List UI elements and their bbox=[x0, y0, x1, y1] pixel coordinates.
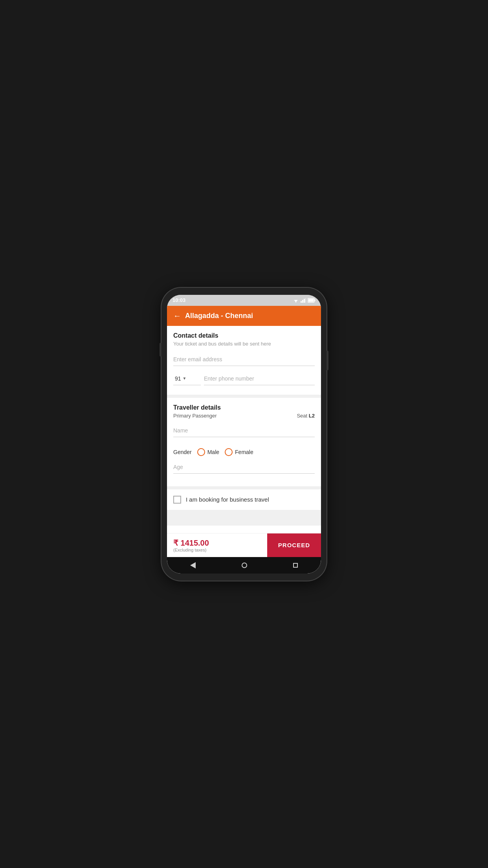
gender-row: Gender Male Female bbox=[173, 448, 315, 456]
proceed-button[interactable]: PROCEED bbox=[267, 533, 321, 557]
business-travel-label: I am booking for business travel bbox=[186, 496, 269, 503]
nav-back-button[interactable] bbox=[190, 562, 196, 568]
traveller-section: Traveller details Primary Passenger Seat… bbox=[167, 398, 321, 486]
business-travel-row[interactable]: I am booking for business travel bbox=[173, 496, 315, 504]
email-input[interactable] bbox=[173, 353, 315, 366]
status-icons bbox=[293, 298, 316, 303]
svg-rect-2 bbox=[301, 301, 302, 303]
price-amount: ₹ 1415.00 bbox=[173, 538, 261, 548]
status-bar: 10:03 bbox=[167, 295, 321, 306]
wifi-icon bbox=[293, 298, 299, 303]
name-input[interactable] bbox=[173, 424, 315, 437]
male-radio-circle[interactable] bbox=[197, 448, 205, 456]
phone-row: 91 ▼ bbox=[173, 372, 315, 385]
signal-icon bbox=[301, 298, 306, 303]
passenger-row: Primary Passenger Seat L2 bbox=[173, 413, 315, 419]
svg-rect-5 bbox=[305, 298, 306, 303]
price-note: (Excluding taxes) bbox=[173, 548, 261, 552]
nav-back-icon bbox=[190, 562, 196, 568]
svg-rect-8 bbox=[308, 299, 314, 302]
passenger-label: Primary Passenger bbox=[173, 413, 217, 419]
battery-icon bbox=[308, 298, 316, 303]
svg-rect-3 bbox=[302, 300, 303, 303]
header-title: Allagadda - Chennai bbox=[185, 312, 253, 320]
female-radio-option[interactable]: Female bbox=[225, 448, 253, 456]
seat-label: Seat bbox=[297, 413, 307, 419]
country-code-text: 91 bbox=[175, 375, 181, 382]
female-radio-circle[interactable] bbox=[225, 448, 233, 456]
business-travel-section: I am booking for business travel bbox=[167, 489, 321, 510]
contact-subtitle: Your ticket and bus details will be sent… bbox=[173, 341, 315, 347]
business-travel-checkbox[interactable] bbox=[173, 496, 181, 504]
nav-recents-button[interactable] bbox=[293, 563, 298, 568]
contact-section: Contact details Your ticket and bus deta… bbox=[167, 326, 321, 395]
svg-rect-7 bbox=[315, 300, 316, 301]
country-code-selector[interactable]: 91 ▼ bbox=[173, 372, 201, 385]
app-header: ← Allagadda - Chennai bbox=[167, 306, 321, 326]
phone-input[interactable] bbox=[204, 372, 315, 385]
status-time: 10:03 bbox=[172, 297, 185, 303]
nav-home-icon bbox=[242, 563, 247, 568]
price-section: ₹ 1415.00 (Excluding taxes) bbox=[167, 533, 267, 557]
android-nav-bar bbox=[167, 557, 321, 574]
seat-info: Seat L2 bbox=[297, 413, 315, 419]
nav-recents-icon bbox=[293, 563, 298, 568]
female-label: Female bbox=[235, 449, 253, 455]
phone-frame: 10:03 bbox=[161, 288, 327, 581]
main-content: Contact details Your ticket and bus deta… bbox=[167, 326, 321, 533]
seat-number: L2 bbox=[309, 413, 315, 419]
svg-marker-1 bbox=[295, 302, 297, 303]
section-divider-1 bbox=[167, 395, 321, 398]
male-label: Male bbox=[207, 449, 219, 455]
male-radio-option[interactable]: Male bbox=[197, 448, 219, 456]
age-input[interactable] bbox=[173, 461, 315, 474]
traveller-title: Traveller details bbox=[173, 404, 315, 411]
gender-label: Gender bbox=[173, 449, 192, 455]
dropdown-arrow-icon: ▼ bbox=[183, 376, 187, 381]
back-arrow-icon[interactable]: ← bbox=[173, 311, 181, 320]
nav-home-button[interactable] bbox=[242, 563, 247, 568]
extra-space bbox=[167, 510, 321, 526]
screen: 10:03 bbox=[167, 295, 321, 574]
svg-rect-4 bbox=[304, 299, 305, 303]
contact-title: Contact details bbox=[173, 332, 315, 339]
section-divider-2 bbox=[167, 486, 321, 489]
bottom-bar: ₹ 1415.00 (Excluding taxes) PROCEED bbox=[167, 533, 321, 557]
